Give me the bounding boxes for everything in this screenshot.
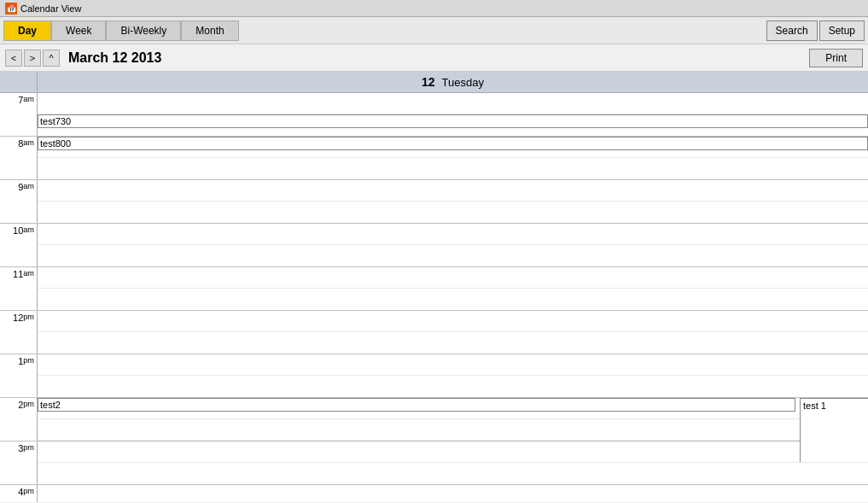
tab-month[interactable]: Month <box>181 20 238 41</box>
right-panel-event: test 1 <box>800 398 868 462</box>
slot-1pm-bot[interactable] <box>38 376 868 397</box>
hour-block-11am: 11am <box>0 267 868 311</box>
tab-day[interactable]: Day <box>3 20 51 41</box>
hour-block-4pm: 4pm <box>0 485 868 502</box>
event-test730[interactable]: test730 <box>38 114 868 128</box>
slot-11am-bot[interactable] <box>38 289 868 310</box>
hour-slots-3[interactable] <box>38 442 868 484</box>
time-label-7: 7am <box>0 93 38 136</box>
print-button[interactable]: Print <box>809 49 863 67</box>
time-gutter-header <box>0 72 38 92</box>
time-label-2: 2pm <box>0 398 38 441</box>
hour-block-3pm: 3pm <box>0 442 868 485</box>
slot-7am-top[interactable] <box>38 93 868 114</box>
slot-7am-bot[interactable]: test730 <box>38 114 868 136</box>
slot-9am-top[interactable] <box>38 180 868 202</box>
hour-slots-10[interactable] <box>38 224 868 266</box>
slot-2pm-top[interactable]: test2 <box>38 398 868 419</box>
hour-slots-7[interactable]: test730 <box>38 93 868 136</box>
next-button[interactable]: > <box>24 50 41 67</box>
time-label-1: 1pm <box>0 354 38 397</box>
time-label-3: 3pm <box>0 442 38 484</box>
slot-8am-bot[interactable] <box>38 158 868 179</box>
slot-12pm-bot[interactable] <box>38 332 868 354</box>
hour-slots-8[interactable]: test800 <box>38 137 868 179</box>
hour-slots-2[interactable]: test2test 1 <box>38 398 868 441</box>
tab-biweekly[interactable]: Bi-Weekly <box>106 20 181 41</box>
slot-8am-top[interactable]: test800 <box>38 137 868 158</box>
title-bar-text: Calendar View <box>20 3 81 14</box>
slot-10am-top[interactable] <box>38 224 868 245</box>
event-test2[interactable]: test2 <box>38 398 795 412</box>
time-label-8: 8am <box>0 137 38 179</box>
hour-block-9am: 9am <box>0 180 868 224</box>
slot-12pm-top[interactable] <box>38 311 868 332</box>
hour-slots-12[interactable] <box>38 311 868 354</box>
slot-9am-bot[interactable] <box>38 202 868 223</box>
nav-bar: < > ^ March 12 2013 Print <box>0 44 868 72</box>
hour-slots-9[interactable] <box>38 180 868 223</box>
current-date: March 12 2013 <box>68 50 161 66</box>
time-label-12: 12pm <box>0 311 38 354</box>
hour-block-10am: 10am <box>0 224 868 267</box>
time-label-10: 10am <box>0 224 38 266</box>
time-label-9: 9am <box>0 180 38 223</box>
slot-3pm-bot[interactable] <box>38 463 868 484</box>
hour-block-7am: 7amtest730 <box>0 93 868 137</box>
title-bar: 📅 Calendar View <box>0 0 868 17</box>
prev-button[interactable]: < <box>5 50 22 67</box>
slot-3pm-top[interactable] <box>38 442 868 463</box>
slot-10am-bot[interactable] <box>38 245 868 266</box>
day-name: Tuesday <box>442 76 484 89</box>
hour-block-2pm: 2pmtest2test 1 <box>0 398 868 442</box>
time-label-4: 4pm <box>0 485 38 502</box>
hour-block-1pm: 1pm <box>0 354 868 398</box>
event-test800[interactable]: test800 <box>38 137 868 150</box>
hour-slots-11[interactable] <box>38 267 868 310</box>
slot-2pm-bot[interactable] <box>38 419 868 441</box>
hour-slots-4[interactable] <box>38 485 868 502</box>
slot-11am-top[interactable] <box>38 267 868 289</box>
hour-slots-1[interactable] <box>38 354 868 397</box>
day-number: 12 <box>422 75 435 89</box>
up-button[interactable]: ^ <box>43 50 60 67</box>
calendar-icon: 📅 <box>5 3 17 15</box>
hour-block-12pm: 12pm <box>0 311 868 354</box>
day-header: 12 Tuesday <box>38 72 868 92</box>
time-label-11: 11am <box>0 267 38 310</box>
hour-block-8am: 8amtest800 <box>0 137 868 180</box>
calendar-body: 7amtest7308amtest8009am10am11am12pm1pm2p… <box>0 93 868 502</box>
slot-1pm-top[interactable] <box>38 354 868 376</box>
calendar-header: 12 Tuesday <box>0 72 868 93</box>
slot-4pm-top[interactable] <box>38 485 868 502</box>
search-button[interactable]: Search <box>766 20 818 41</box>
tab-week[interactable]: Week <box>51 20 106 41</box>
toolbar: Day Week Bi-Weekly Month Search Setup <box>0 17 868 44</box>
setup-button[interactable]: Setup <box>819 20 865 41</box>
